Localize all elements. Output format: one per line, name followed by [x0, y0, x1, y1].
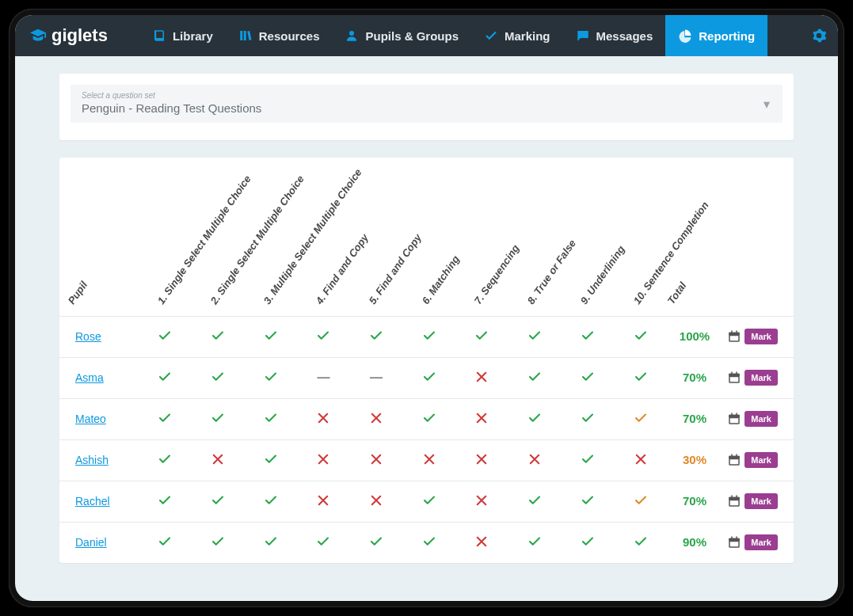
mark-button[interactable]: Mark [744, 370, 778, 386]
mark-button[interactable]: Mark [744, 452, 778, 468]
pupil-link[interactable]: Asma [75, 371, 104, 384]
nav-messages-label: Messages [596, 29, 653, 43]
mark-button[interactable]: Mark [744, 534, 778, 550]
calendar-icon[interactable] [727, 371, 741, 385]
pupil-link[interactable]: Daniel [75, 536, 107, 549]
check-icon [157, 492, 173, 508]
cross-icon [474, 492, 489, 508]
cross-icon [368, 410, 384, 426]
nav-reporting-label: Reporting [699, 29, 755, 43]
chat-icon [576, 29, 590, 43]
check-icon [580, 410, 596, 426]
mortarboard-icon [29, 27, 47, 44]
cross-icon [315, 451, 331, 467]
table-row: Asma——70%Mark [59, 357, 794, 398]
pupil-link[interactable]: Mateo [75, 413, 106, 425]
cross-icon [474, 369, 489, 385]
check-icon [484, 29, 498, 43]
cross-icon [474, 534, 489, 549]
nav-marking[interactable]: Marking [471, 15, 563, 56]
settings-button[interactable] [800, 15, 838, 56]
check-icon [157, 534, 173, 549]
check-icon [474, 328, 489, 344]
check-icon [210, 369, 226, 385]
col-total: Total [665, 279, 689, 306]
check-icon [210, 410, 226, 426]
check-icon [527, 492, 543, 508]
check-icon [210, 534, 226, 549]
total-score: 70% [683, 494, 706, 508]
total-score: 90% [683, 535, 706, 549]
mark-button[interactable]: Mark [744, 411, 778, 427]
check-icon [527, 369, 543, 385]
calendar-icon[interactable] [727, 494, 741, 508]
cross-icon [474, 410, 489, 426]
chevron-down-icon: ▾ [764, 97, 770, 112]
books-icon [238, 29, 253, 43]
check-icon [263, 369, 279, 385]
check-icon [421, 534, 437, 549]
nav-marking-label: Marking [505, 29, 550, 43]
check-icon [421, 492, 437, 508]
check-icon [580, 492, 596, 508]
check-icon [368, 534, 384, 549]
pupil-link[interactable]: Rachel [75, 495, 110, 508]
check-icon [580, 328, 596, 344]
person-icon [345, 29, 359, 43]
calendar-icon[interactable] [727, 412, 741, 426]
total-score: 70% [683, 371, 706, 384]
gear-icon [811, 28, 827, 44]
cross-icon [474, 451, 489, 467]
col-pupil: Pupil [66, 279, 90, 306]
nav-messages[interactable]: Messages [563, 15, 666, 56]
selector-label: Select a question set [82, 91, 771, 100]
calendar-icon[interactable] [727, 329, 741, 344]
cross-icon [315, 410, 331, 426]
check-icon [157, 451, 173, 467]
check-icon [263, 328, 279, 344]
total-score: 70% [683, 412, 706, 425]
check-icon [633, 328, 649, 344]
calendar-icon[interactable] [727, 535, 741, 549]
check-icon [527, 328, 543, 344]
check-icon [263, 410, 279, 426]
check-icon [368, 328, 384, 344]
nav-library[interactable]: Library [139, 15, 226, 56]
pupil-link[interactable]: Rose [75, 330, 101, 343]
check-icon [633, 534, 649, 549]
check-icon [315, 534, 331, 549]
check-icon [157, 328, 173, 344]
table-row: Daniel90%Mark [59, 522, 794, 563]
cross-icon [368, 492, 384, 508]
check-icon [210, 492, 226, 508]
check-icon [527, 534, 543, 549]
check-icon [527, 410, 543, 426]
calendar-icon[interactable] [727, 453, 741, 467]
nav-reporting[interactable]: Reporting [665, 15, 767, 56]
check-icon [633, 369, 649, 385]
table-row: Rose100%Mark [59, 316, 794, 357]
results-table: Pupil 1. Single Select Multiple Choice 2… [59, 158, 794, 563]
pie-chart-icon [678, 29, 692, 43]
check-icon [210, 328, 226, 344]
table-row: Rachel70%Mark [59, 481, 794, 522]
check-icon [157, 369, 173, 385]
results-table-card: Pupil 1. Single Select Multiple Choice 2… [59, 158, 794, 563]
cross-icon [633, 451, 649, 467]
cross-icon [421, 451, 437, 467]
check-icon [263, 451, 279, 467]
check-icon [633, 492, 649, 508]
cross-icon [368, 451, 384, 467]
svg-point-0 [349, 31, 354, 36]
book-icon [152, 29, 166, 43]
check-icon [263, 492, 279, 508]
check-icon [421, 369, 437, 385]
nav-resources[interactable]: Resources [226, 15, 333, 56]
nav-pupils-label: Pupils & Groups [365, 29, 459, 43]
question-set-selector[interactable]: Select a question set Penguin - Reading … [70, 85, 783, 123]
check-icon [315, 328, 331, 344]
mark-button[interactable]: Mark [744, 493, 778, 509]
mark-button[interactable]: Mark [744, 329, 778, 344]
nav-pupils-groups[interactable]: Pupils & Groups [332, 15, 471, 56]
pupil-link[interactable]: Ashish [75, 454, 109, 466]
